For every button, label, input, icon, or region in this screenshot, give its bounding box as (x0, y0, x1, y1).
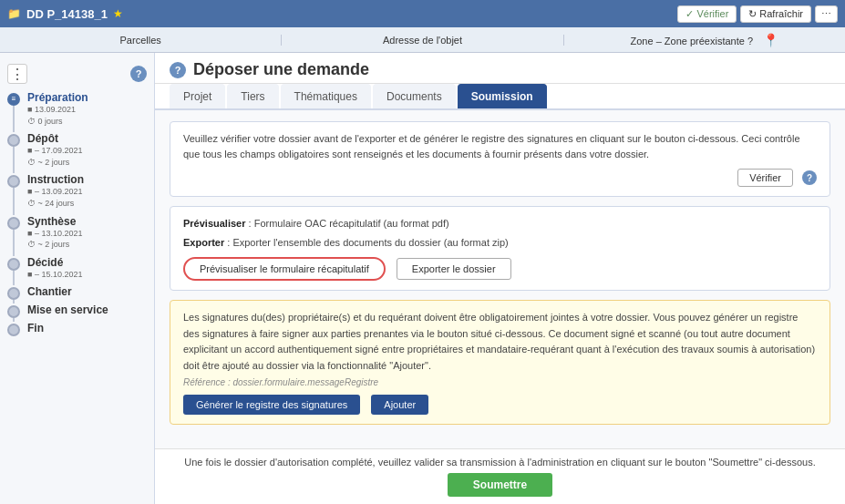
timeline-label-fin: Fin (27, 322, 44, 334)
timeline-item-mise-en-service[interactable]: Mise en service (7, 303, 154, 316)
timeline-line-depot (13, 147, 15, 173)
timeline-meta-instruction: ■ – 13.09.2021 ⏱ ~ 24 jours (27, 186, 84, 209)
timeline-meta-depot: ■ – 17.09.2021 ⏱ ~ 2 jours (27, 145, 83, 168)
adresse-header: Adresse de l'objet (282, 35, 563, 46)
timeline-dot-preparation (7, 93, 20, 106)
timeline-content-instruction: Instruction ■ – 13.09.2021 ⏱ ~ 24 jours (27, 173, 84, 209)
timeline-dot-fin (7, 324, 20, 336)
timeline-content-fin: Fin (27, 322, 44, 334)
verify-button[interactable]: ✓ Vérifier (677, 5, 737, 23)
timeline-meta-decide: ■ – 15.10.2021 (27, 269, 83, 281)
info-box: Veuillez vérifier votre dossier avant de… (170, 121, 830, 197)
map-pin-icon[interactable]: 📍 (763, 33, 778, 47)
star-icon[interactable]: ★ (113, 7, 123, 20)
timeline-label-depot: Dépôt (27, 132, 83, 145)
verify-btn[interactable]: Vérifier (737, 169, 793, 187)
timeline-label-chantier: Chantier (27, 285, 72, 298)
tab-tiers[interactable]: Tiers (227, 84, 278, 108)
preview-description: Prévisualiser : Formulaire OAC récapitul… (183, 216, 817, 231)
timeline-dot-mise-en-service (7, 305, 20, 318)
timeline-meta-synthese: ■ – 13.10.2021 ⏱ ~ 2 jours (27, 228, 83, 251)
content-header: ? Déposer une demande (155, 53, 845, 84)
sidebar-help-icon[interactable]: ? (130, 66, 147, 82)
reference-text: Référence : dossier.formulaire.messageRe… (183, 377, 817, 387)
tab-soumission[interactable]: Soumission (458, 84, 547, 108)
timeline-label-mise-en-service: Mise en service (27, 303, 108, 316)
refresh-button[interactable]: ↻ Rafraîchir (740, 5, 811, 23)
preview-button[interactable]: Prévisualiser le formulaire récapitulati… (183, 257, 386, 281)
timeline-content-depot: Dépôt ■ – 17.09.2021 ⏱ ~ 2 jours (27, 132, 83, 168)
timeline-item-decide[interactable]: Décidé ■ – 15.10.2021 (7, 256, 154, 281)
timeline-content-preparation: Préparation ■ 13.09.2021 ⏱ 0 jours (27, 91, 88, 127)
top-bar-actions: ✓ Vérifier ↻ Rafraîchir ⋯ (677, 5, 838, 23)
top-bar-left: 📁 DD P_14138_1 ★ (7, 7, 123, 21)
timeline-dot-decide (7, 258, 20, 271)
timeline-dot-chantier (7, 287, 20, 300)
timeline-content-chantier: Chantier (27, 285, 72, 298)
warning-actions: Générer le registre des signatures Ajout… (183, 395, 817, 415)
preview-export-box: Prévisualiser : Formulaire OAC récapitul… (170, 206, 830, 291)
tab-documents[interactable]: Documents (373, 84, 456, 108)
warning-box: Les signatures du(des) propriétaire(s) e… (170, 300, 830, 425)
warning-text: Les signatures du(des) propriétaire(s) e… (183, 310, 817, 374)
sidebar-menu-button[interactable]: ⋮ (7, 64, 27, 84)
timeline-item-instruction[interactable]: Instruction ■ – 13.09.2021 ⏱ ~ 24 jours (7, 173, 154, 209)
more-options-button[interactable]: ⋯ (815, 5, 838, 23)
timeline-item-fin[interactable]: Fin (7, 322, 154, 334)
timeline-label-decide: Décidé (27, 256, 83, 269)
dots-icon: ⋮ (10, 66, 25, 83)
preview-actions: Prévisualiser le formulaire récapitulati… (183, 257, 817, 281)
add-button[interactable]: Ajouter (371, 395, 428, 415)
timeline-item-chantier[interactable]: Chantier (7, 285, 154, 298)
timeline-item-depot[interactable]: Dépôt ■ – 17.09.2021 ⏱ ~ 2 jours (7, 132, 154, 168)
zone-header: Zone – Zone préexistante ? 📍 (564, 33, 845, 47)
timeline: Préparation ■ 13.09.2021 ⏱ 0 jours Dépôt… (0, 91, 154, 334)
content-help-icon[interactable]: ? (170, 62, 186, 78)
tab-thematiques[interactable]: Thématiques (281, 84, 371, 108)
submit-text: Une fois le dossier d'autorisation compl… (170, 457, 830, 468)
timeline-line (13, 106, 15, 132)
scroll-content: Veuillez vérifier votre dossier avant de… (155, 110, 845, 448)
verify-help-icon[interactable]: ? (802, 170, 817, 185)
timeline-dot-depot (7, 134, 20, 147)
timeline-label-instruction: Instruction (27, 173, 84, 186)
sub-header: Parcelles Adresse de l'objet Zone – Zone… (0, 27, 845, 53)
export-button[interactable]: Exporter le dossier (397, 258, 511, 280)
checkmark-icon: ✓ (685, 8, 694, 20)
timeline-dot-instruction (7, 175, 20, 188)
folder-icon: 📁 (7, 7, 21, 20)
content-area: ? Déposer une demande Projet Tiers Théma… (155, 53, 845, 504)
timeline-label-preparation: Préparation (27, 91, 88, 104)
top-bar: 📁 DD P_14138_1 ★ ✓ Vérifier ↻ Rafraîchir… (0, 0, 845, 27)
sidebar-header: ⋮ ? (0, 60, 154, 91)
page-title: Déposer une demande (193, 60, 369, 79)
export-description: Exporter : Exporter l'ensemble des docum… (183, 235, 817, 251)
generate-signatures-button[interactable]: Générer le registre des signatures (183, 395, 360, 415)
timeline-line-instruction (13, 188, 15, 214)
main-layout: ⋮ ? Préparation ■ 13.09.2021 ⏱ 0 jours (0, 53, 845, 504)
timeline-content-mise-en-service: Mise en service (27, 303, 108, 316)
timeline-dot-synthese (7, 217, 20, 230)
timeline-item-preparation[interactable]: Préparation ■ 13.09.2021 ⏱ 0 jours (7, 91, 154, 127)
submit-button[interactable]: Soumettre (448, 473, 552, 497)
sidebar: ⋮ ? Préparation ■ 13.09.2021 ⏱ 0 jours (0, 53, 155, 504)
timeline-item-synthese[interactable]: Synthèse ■ – 13.10.2021 ⏱ ~ 2 jours (7, 215, 154, 251)
parcelles-header: Parcelles (0, 35, 282, 46)
verify-row: Vérifier ? (183, 169, 817, 187)
submit-section: Une fois le dossier d'autorisation compl… (155, 448, 845, 504)
tab-projet[interactable]: Projet (170, 84, 225, 108)
timeline-content-synthese: Synthèse ■ – 13.10.2021 ⏱ ~ 2 jours (27, 215, 83, 251)
timeline-meta-preparation: ■ 13.09.2021 ⏱ 0 jours (27, 104, 88, 127)
project-title: DD P_14138_1 (26, 7, 108, 21)
timeline-content-decide: Décidé ■ – 15.10.2021 (27, 256, 83, 281)
info-text: Veuillez vérifier votre dossier avant de… (183, 131, 817, 161)
refresh-icon: ↻ (748, 8, 757, 20)
tabs-bar: Projet Tiers Thématiques Documents Soumi… (155, 84, 845, 110)
timeline-line-decide (13, 271, 15, 286)
timeline-line-synthese (13, 230, 15, 256)
timeline-label-synthese: Synthèse (27, 215, 83, 228)
